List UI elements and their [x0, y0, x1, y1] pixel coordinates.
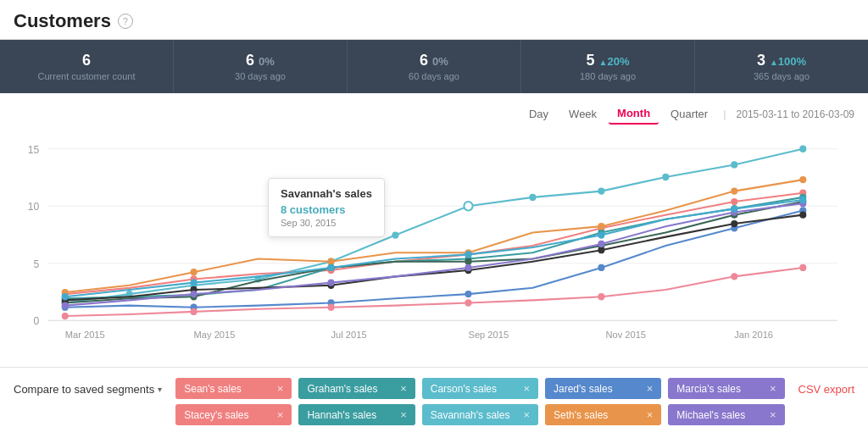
- svg-point-72: [465, 299, 471, 306]
- segments-grid: Sean's sales × Graham's sales × Carson's…: [175, 378, 784, 425]
- svg-point-69: [62, 313, 69, 319]
- svg-point-66: [598, 247, 604, 253]
- period-quarter-btn[interactable]: Quarter: [662, 104, 716, 124]
- compare-segments-label[interactable]: Compare to saved segments ▾: [14, 378, 162, 396]
- stat-30: 6 0% 30 days ago: [174, 40, 348, 93]
- chevron-down-icon: ▾: [158, 385, 162, 394]
- stats-bar: 6 Current customer count 6 0% 30 days ag…: [0, 40, 868, 93]
- segment-tag-stacey: Stacey's sales ×: [175, 404, 292, 425]
- svg-point-25: [731, 161, 737, 168]
- stat-365-value: 3 ▲100%: [712, 52, 851, 69]
- svg-point-70: [191, 308, 198, 315]
- stat-365-label: 365 days ago: [712, 71, 851, 81]
- segment-tag-carson: Carson's sales ×: [422, 378, 538, 399]
- segment-tag-savannah: Savannah's sales ×: [422, 404, 538, 425]
- chart-divider: |: [723, 108, 726, 120]
- page-title: Customers: [14, 10, 111, 32]
- remove-graham-btn[interactable]: ×: [400, 382, 407, 395]
- svg-text:May 2015: May 2015: [194, 330, 236, 340]
- bottom-section: Compare to saved segments ▾ Sean's sales…: [0, 368, 868, 427]
- stat-365: 3 ▲100% 365 days ago: [695, 40, 868, 93]
- svg-point-83: [62, 293, 69, 300]
- svg-point-22: [529, 194, 536, 201]
- remove-stacey-btn[interactable]: ×: [277, 408, 284, 421]
- svg-point-43: [327, 258, 334, 265]
- svg-point-42: [191, 269, 198, 275]
- svg-point-45: [598, 223, 604, 230]
- svg-point-76: [62, 302, 69, 308]
- remove-carson-btn[interactable]: ×: [523, 382, 530, 395]
- segment-tag-seth: Seth's sales ×: [545, 404, 661, 425]
- segment-tag-marcia: Marcia's sales ×: [668, 378, 784, 399]
- svg-point-21: [392, 231, 398, 238]
- svg-point-58: [465, 258, 471, 265]
- remove-hannah-btn[interactable]: ×: [400, 408, 407, 421]
- svg-point-87: [598, 231, 604, 238]
- segment-tag-sean: Sean's sales ×: [175, 378, 292, 399]
- svg-point-84: [191, 279, 198, 286]
- svg-point-67: [731, 220, 737, 227]
- remove-jared-btn[interactable]: ×: [647, 382, 654, 395]
- svg-point-47: [799, 176, 806, 183]
- segment-tag-michael: Michael's sales ×: [668, 404, 784, 425]
- svg-point-23: [598, 187, 604, 194]
- page-header: Customers ?: [0, 0, 868, 40]
- svg-point-15: [464, 202, 472, 210]
- period-day-btn[interactable]: Day: [520, 104, 557, 124]
- stat-60: 6 0% 60 days ago: [348, 40, 521, 93]
- svg-text:Mar 2015: Mar 2015: [65, 330, 105, 340]
- chart-svg: 15 10 5 0 Mar 2015 May 2015 Jul 2015 Sep…: [14, 131, 854, 360]
- remove-savannah-btn[interactable]: ×: [523, 408, 530, 421]
- segment-tag-hannah: Hannah's sales ×: [298, 404, 415, 425]
- remove-seth-btn[interactable]: ×: [647, 408, 654, 421]
- svg-point-68: [799, 212, 806, 219]
- stat-current-label: Current customer count: [17, 71, 156, 81]
- chart-section: Day Week Month Quarter | 2015-03-11 to 2…: [0, 93, 868, 368]
- remove-michael-btn[interactable]: ×: [770, 408, 776, 421]
- stat-180: 5 ▲20% 180 days ago: [521, 40, 695, 93]
- svg-point-73: [598, 293, 604, 300]
- svg-text:Jul 2015: Jul 2015: [331, 330, 367, 340]
- chart-controls: Day Week Month Quarter | 2015-03-11 to 2…: [14, 103, 854, 125]
- chart-date-range: 2015-03-11 to 2016-03-09: [737, 108, 854, 120]
- segment-tag-graham: Graham's sales ×: [298, 378, 415, 399]
- svg-point-78: [327, 279, 334, 286]
- stat-current-value: 6: [17, 52, 156, 69]
- svg-point-75: [799, 264, 806, 271]
- period-week-btn[interactable]: Week: [560, 104, 605, 124]
- svg-point-86: [465, 251, 471, 258]
- stat-30-label: 30 days ago: [191, 71, 330, 81]
- svg-text:5: 5: [34, 258, 40, 270]
- svg-point-89: [799, 197, 806, 203]
- remove-marcia-btn[interactable]: ×: [770, 382, 776, 395]
- help-icon[interactable]: ?: [118, 14, 133, 29]
- svg-text:15: 15: [28, 144, 40, 156]
- page: Customers ? 6 Current customer count 6 0…: [0, 0, 868, 427]
- svg-point-24: [662, 174, 669, 180]
- svg-point-71: [327, 304, 334, 311]
- period-month-btn[interactable]: Month: [609, 103, 659, 125]
- stat-180-label: 180 days ago: [538, 71, 677, 81]
- svg-point-80: [598, 241, 604, 247]
- svg-point-51: [465, 291, 471, 297]
- stat-60-value: 6 0%: [364, 52, 504, 69]
- chart-area: Savannah's sales 8 customers Sep 30, 201…: [14, 131, 854, 360]
- svg-text:0: 0: [34, 315, 40, 327]
- stat-180-value: 5 ▲20%: [538, 52, 677, 69]
- stat-30-value: 6 0%: [191, 52, 330, 69]
- svg-point-88: [731, 205, 737, 212]
- stat-60-label: 60 days ago: [364, 71, 504, 81]
- svg-text:Nov 2015: Nov 2015: [605, 330, 646, 340]
- remove-sean-btn[interactable]: ×: [277, 382, 284, 395]
- svg-point-46: [731, 187, 737, 194]
- svg-point-26: [799, 146, 806, 152]
- svg-point-79: [465, 264, 471, 271]
- stat-current: 6 Current customer count: [0, 40, 174, 93]
- svg-point-77: [191, 291, 198, 297]
- svg-point-74: [731, 273, 737, 280]
- svg-text:Sep 2015: Sep 2015: [468, 330, 509, 340]
- segment-tag-jared: Jared's sales ×: [545, 378, 661, 399]
- svg-text:10: 10: [28, 201, 40, 213]
- svg-point-85: [327, 264, 334, 271]
- csv-export-btn[interactable]: CSV export: [798, 378, 854, 396]
